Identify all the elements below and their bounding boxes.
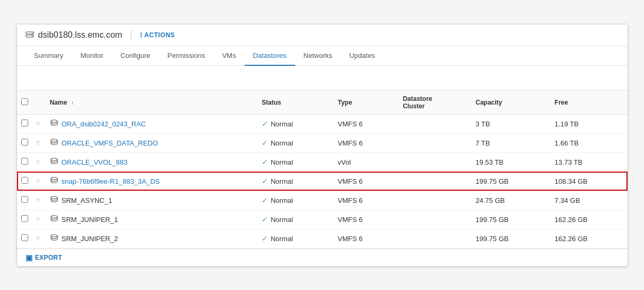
- drag-icon: ⠿: [36, 159, 40, 165]
- row-status: ✓ Normal: [255, 191, 331, 210]
- drag-icon: ⠿: [36, 198, 40, 203]
- table-header-row: Name ↑ Status Type DatastoreCluster Capa…: [17, 90, 628, 114]
- tab-datastores[interactable]: Datastores: [245, 46, 295, 66]
- datastore-link[interactable]: ORACLE_VMFS_DATA_REDO: [62, 139, 158, 147]
- nav-tabs: SummaryMonitorConfigurePermissionsVMsDat…: [17, 46, 628, 66]
- svg-point-2: [31, 32, 32, 33]
- row-checkbox[interactable]: [21, 234, 28, 241]
- row-capacity: 3 TB: [469, 114, 548, 133]
- tab-configure[interactable]: Configure: [112, 46, 158, 66]
- datastore-name: SRM_ASYNC_1: [62, 197, 112, 204]
- datastore-link[interactable]: snap-76b6f9ee-R1_883_3A_DS: [62, 177, 160, 185]
- header-status: Status: [255, 90, 331, 114]
- table-row: ⠿ SRM_ASYNC_1 ✓ Normal VMFS 624.75 GB7.3…: [17, 191, 628, 210]
- export-button[interactable]: ▣ EXPORT: [26, 253, 62, 262]
- svg-point-6: [51, 158, 57, 160]
- header-drag-cell: [33, 90, 44, 114]
- row-cluster: [396, 133, 469, 152]
- row-type: VMFS 6: [331, 229, 396, 248]
- status-check-icon: ✓: [262, 215, 268, 224]
- row-checkbox-cell: [17, 152, 33, 172]
- row-type: VMFS 6: [331, 114, 396, 133]
- row-checkbox-cell: [17, 172, 33, 191]
- header-free: Free: [548, 90, 628, 114]
- status-text: Normal: [271, 197, 293, 204]
- datastore-name: SRM_JUNIPER_2: [62, 235, 118, 243]
- datastore-icon: [50, 138, 58, 148]
- svg-point-9: [51, 215, 57, 217]
- row-free: 1.19 TB: [548, 114, 628, 133]
- row-checkbox[interactable]: [21, 177, 28, 184]
- svg-point-7: [51, 177, 57, 179]
- tab-monitor[interactable]: Monitor: [72, 46, 112, 66]
- status-text: Normal: [271, 120, 293, 128]
- export-icon: ▣: [26, 253, 32, 262]
- drag-icon: ⠿: [36, 178, 40, 184]
- server-icon: [26, 31, 34, 39]
- row-free: 162.26 GB: [548, 210, 628, 229]
- row-drag-handle[interactable]: ⠿: [33, 114, 44, 133]
- row-status: ✓ Normal: [255, 229, 331, 248]
- datastore-icon: [50, 215, 58, 225]
- row-drag-handle[interactable]: ⠿: [33, 133, 44, 152]
- footer-bar: ▣ EXPORT: [17, 249, 628, 266]
- page-title: dsib0180.lss.emc.com: [38, 30, 122, 40]
- row-drag-handle[interactable]: ⠿: [33, 210, 44, 229]
- datastore-icon: [50, 176, 58, 186]
- row-drag-handle[interactable]: ⠿: [33, 172, 44, 191]
- tab-summary[interactable]: Summary: [26, 46, 72, 66]
- content-area: Name ↑ Status Type DatastoreCluster Capa…: [17, 66, 628, 266]
- header-checkbox-cell: [17, 90, 33, 114]
- tab-permissions[interactable]: Permissions: [159, 46, 214, 66]
- table-row: ⠿ ORA_dsib0242_0243_RAC ✓ Normal VMFS 63…: [17, 114, 628, 133]
- row-type: VMFS 6: [331, 191, 396, 210]
- datastore-link[interactable]: ORACLE_VVOL_883: [62, 158, 128, 166]
- status-check-icon: ✓: [262, 139, 268, 147]
- header-capacity: Capacity: [469, 90, 548, 114]
- row-checkbox[interactable]: [21, 158, 28, 165]
- tab-updates[interactable]: Updates: [341, 46, 383, 66]
- status-text: Normal: [271, 158, 293, 166]
- row-free: 162.26 GB: [548, 229, 628, 248]
- actions-button[interactable]: ⁝ ACTIONS: [140, 31, 175, 39]
- row-checkbox[interactable]: [21, 196, 28, 203]
- row-capacity: 7 TB: [469, 133, 548, 152]
- row-type: vVol: [331, 152, 396, 172]
- row-cluster: [396, 191, 469, 210]
- row-name: SRM_JUNIPER_1: [44, 210, 255, 229]
- svg-point-4: [51, 120, 57, 122]
- row-drag-handle[interactable]: ⠿: [33, 191, 44, 210]
- row-checkbox[interactable]: [21, 120, 28, 126]
- row-free: 13.73 TB: [548, 152, 628, 172]
- drag-icon: ⠿: [36, 121, 40, 127]
- row-checkbox[interactable]: [21, 139, 28, 146]
- row-drag-handle[interactable]: ⠿: [33, 152, 44, 172]
- row-capacity: 24.75 GB: [469, 191, 548, 210]
- datastore-icon: [50, 195, 58, 206]
- row-capacity: 19.53 TB: [469, 152, 548, 172]
- table-row: ⠿ ORACLE_VVOL_883 ✓ Normal vVol19.53 TB1…: [17, 152, 628, 172]
- row-cluster: [396, 172, 469, 191]
- tab-networks[interactable]: Networks: [295, 46, 341, 66]
- select-all-checkbox[interactable]: [21, 98, 28, 105]
- toolbar-spacer: [17, 74, 628, 90]
- row-cluster: [396, 229, 469, 248]
- row-free: 108.34 GB: [548, 172, 628, 191]
- row-name: ORACLE_VMFS_DATA_REDO: [44, 133, 255, 152]
- table-row: ⠿ snap-76b6f9ee-R1_883_3A_DS ✓ Normal VM…: [17, 172, 628, 191]
- row-name: ORA_dsib0242_0243_RAC: [44, 114, 255, 133]
- tab-vms[interactable]: VMs: [214, 46, 245, 66]
- sort-arrow-icon: ↑: [71, 99, 74, 106]
- row-drag-handle[interactable]: ⠿: [33, 229, 44, 248]
- row-type: VMFS 6: [331, 172, 396, 191]
- row-checkbox-cell: [17, 210, 33, 229]
- row-checkbox[interactable]: [21, 215, 28, 222]
- row-checkbox-cell: [17, 133, 33, 152]
- status-check-icon: ✓: [262, 177, 268, 185]
- row-capacity: 199.75 GB: [469, 210, 548, 229]
- header-cluster: DatastoreCluster: [396, 90, 469, 114]
- row-cluster: [396, 152, 469, 172]
- row-free: 7.34 GB: [548, 191, 628, 210]
- header-name[interactable]: Name ↑: [44, 90, 255, 114]
- datastore-link[interactable]: ORA_dsib0242_0243_RAC: [62, 120, 146, 128]
